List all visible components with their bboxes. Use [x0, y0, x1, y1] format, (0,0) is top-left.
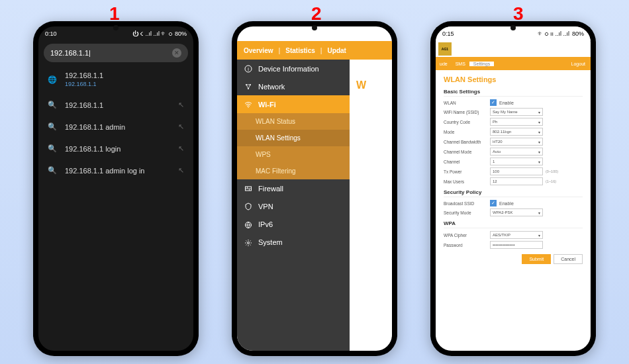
svg-point-8: [248, 242, 250, 244]
search-icon: 🔍: [48, 166, 57, 175]
settings-tab[interactable]: Settings: [469, 62, 494, 66]
menu-item[interactable]: Network: [237, 77, 350, 95]
form-row: Tx Power100(0~100): [444, 167, 583, 175]
phone-3: 0:15 ᯤ ▢ ıı ..ıl ..ıl80% AG1 udeSMSSetti…: [430, 21, 596, 356]
search-suggestion[interactable]: 🔍 192.168.1.1 admin log in ↖: [38, 159, 193, 181]
menu-item[interactable]: System: [237, 234, 350, 251]
dropdown-field[interactable]: Ph▾: [490, 118, 543, 126]
enable-label: Enable: [499, 201, 514, 206]
dropdown-field[interactable]: 802.11bgn▾: [490, 128, 543, 136]
form-row: Mode802.11bgn▾: [444, 128, 583, 136]
ipv6-icon: [244, 220, 253, 228]
camera-notch: [510, 25, 516, 30]
menu-item[interactable]: IPv6: [237, 215, 350, 233]
field-label: WLAN: [444, 101, 490, 105]
vpn-icon: [244, 202, 253, 210]
checkbox[interactable]: ✓: [490, 99, 497, 106]
field-label: Password: [444, 243, 490, 248]
top-tab[interactable]: Overview: [244, 47, 273, 54]
field-label: Channel Mode: [444, 150, 490, 154]
menu-item[interactable]: Wi-Fi: [237, 95, 350, 113]
suggestion-text: 192.168.1.1192.168.1.1: [65, 71, 176, 87]
suggestion-text: 192.168.1.1 admin: [65, 123, 170, 131]
search-suggestion[interactable]: 🌐 192.168.1.1192.168.1.1: [38, 65, 193, 94]
text-field[interactable]: 12: [490, 177, 543, 185]
text-field[interactable]: ••••••••••••••••: [490, 241, 543, 249]
menu-item[interactable]: Firewall: [237, 179, 350, 197]
menu-label: Firewall: [258, 185, 283, 193]
form-row: WPA CipherAES/TKIP▾: [444, 231, 583, 239]
submenu-item[interactable]: MAC Filtering: [237, 163, 350, 179]
search-suggestion[interactable]: 🔍 192.168.1.1 admin ↖: [38, 116, 193, 138]
suggestion-text: 192.168.1.1: [65, 101, 170, 109]
field-label: Tx Power: [444, 169, 490, 174]
settings-tab[interactable]: SMS: [452, 62, 469, 66]
chevron-down-icon: ▾: [538, 210, 540, 215]
field-label: Broadcast SSID: [444, 201, 490, 206]
form-row: Broadcast SSID✓Enable: [444, 200, 583, 206]
form-row: Country CodePh▾: [444, 118, 583, 126]
submenu-item[interactable]: WPS: [237, 146, 350, 163]
form-row: Max Users12(1~16): [444, 177, 583, 185]
submenu-item[interactable]: WLAN Status: [237, 113, 350, 130]
insert-arrow-icon[interactable]: ↖: [178, 144, 184, 153]
suggestion-text: 192.168.1.1 login: [65, 145, 170, 153]
wifi-icon: [244, 100, 253, 109]
form-row: Channel BandwidthHT20▾: [444, 138, 583, 146]
search-icon: 🔍: [48, 101, 57, 109]
phone-1: 0:10 ⏻ ☾ ..ıl ..ıl ᯤ ▢80% 192.168.1.1| ✕…: [33, 21, 199, 356]
chevron-down-icon: ▾: [538, 233, 540, 238]
insert-arrow-icon[interactable]: ↖: [178, 101, 184, 109]
field-label: Channel: [444, 159, 490, 164]
globe-icon: 🌐: [48, 75, 57, 84]
dropdown-field[interactable]: HT20▾: [490, 138, 543, 146]
insert-arrow-icon[interactable]: ↖: [178, 122, 184, 131]
checkbox[interactable]: ✓: [490, 200, 497, 206]
network-icon: [244, 82, 253, 91]
system-icon: [244, 238, 253, 247]
dropdown-field[interactable]: WPA2-PSK▾: [490, 208, 543, 216]
section-wpa: WPA: [444, 220, 583, 228]
insert-arrow-icon[interactable]: ↖: [178, 166, 184, 175]
form-row: Password••••••••••••••••: [444, 241, 583, 249]
menu-item[interactable]: VPN: [237, 197, 350, 215]
address-bar[interactable]: 192.168.1.1| ✕: [44, 44, 188, 62]
search-icon: 🔍: [48, 144, 57, 153]
submenu-item[interactable]: WLAN Settings: [237, 130, 350, 146]
dropdown-field[interactable]: Auto▾: [490, 148, 543, 156]
status-time: 0:14: [244, 30, 256, 37]
top-tab[interactable]: Statistics: [285, 47, 314, 54]
search-suggestion[interactable]: 🔍 192.168.1.1 ↖: [38, 94, 193, 116]
menu-label: Device Information: [258, 65, 319, 73]
field-label: WiFi Name (SSID): [444, 110, 490, 114]
dropdown-field[interactable]: Say My Name▾: [490, 108, 543, 116]
chevron-down-icon: ▾: [538, 150, 540, 154]
tab-row: udeSMSSettingsLogout: [436, 57, 591, 70]
form-row: Channel1▾: [444, 158, 583, 165]
chevron-down-icon: ▾: [538, 120, 540, 124]
dropdown-field[interactable]: 1▾: [490, 158, 543, 165]
field-label: Channel Bandwidth: [444, 140, 490, 144]
menu-item[interactable]: iDevice Information: [237, 60, 350, 77]
top-tab[interactable]: Updat: [328, 47, 346, 54]
menu-label: IPv6: [258, 220, 273, 228]
form-row: Security ModeWPA2-PSK▾: [444, 208, 583, 216]
section-basic: Basic Settings: [444, 89, 583, 97]
hint-text: (0~100): [546, 169, 558, 173]
section-security: Security Policy: [444, 189, 583, 197]
status-time: 0:15: [442, 30, 454, 37]
form-row: WiFi Name (SSID)Say My Name▾: [444, 108, 583, 116]
firewall-icon: [244, 184, 253, 193]
dropdown-field[interactable]: AES/TKIP▾: [490, 231, 543, 239]
cancel-button[interactable]: Cancel: [554, 254, 583, 264]
logout-link[interactable]: Logout: [571, 62, 591, 66]
settings-tab[interactable]: ude: [436, 62, 452, 66]
text-field[interactable]: 100: [490, 167, 543, 175]
menu-label: System: [258, 238, 283, 246]
search-suggestion[interactable]: 🔍 192.168.1.1 login ↖: [38, 138, 193, 159]
menu-label: VPN: [258, 203, 273, 210]
brand-logo: AG1: [438, 42, 452, 56]
submit-button[interactable]: Submit: [522, 254, 551, 264]
clear-icon[interactable]: ✕: [172, 48, 181, 58]
chevron-down-icon: ▾: [538, 140, 540, 144]
